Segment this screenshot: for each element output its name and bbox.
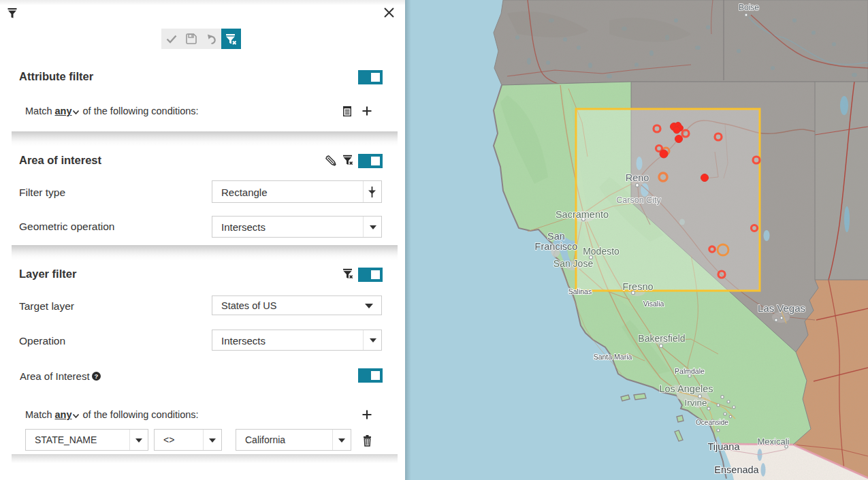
svg-text:Los Angeles: Los Angeles (659, 383, 713, 394)
svg-text:San: San (547, 231, 565, 242)
svg-text:Palmdale: Palmdale (675, 367, 705, 375)
svg-text:Bakersfield: Bakersfield (638, 333, 685, 344)
svg-text:Reno: Reno (626, 172, 649, 183)
svg-text:Visalia: Visalia (643, 300, 664, 308)
svg-text:Modesto: Modesto (583, 246, 620, 257)
svg-text:Francisco: Francisco (535, 241, 578, 252)
svg-text:Salinas: Salinas (568, 287, 592, 295)
svg-text:Fresno: Fresno (622, 281, 653, 292)
svg-text:Ensenada: Ensenada (714, 464, 759, 475)
svg-text:Irvine: Irvine (684, 398, 707, 408)
svg-text:Tijuana: Tijuana (707, 441, 740, 452)
svg-text:Sacramento: Sacramento (556, 209, 609, 220)
svg-text:Carson City: Carson City (616, 195, 661, 205)
svg-text:San Jose: San Jose (553, 258, 594, 269)
svg-text:Mexicali: Mexicali (758, 436, 790, 447)
svg-text:Santa Maria: Santa Maria (594, 353, 632, 361)
svg-text:Boise: Boise (739, 3, 759, 12)
svg-text:?: ? (95, 372, 99, 380)
svg-text:Las Vegas: Las Vegas (758, 302, 805, 314)
svg-text:Oceanside: Oceanside (696, 419, 728, 426)
